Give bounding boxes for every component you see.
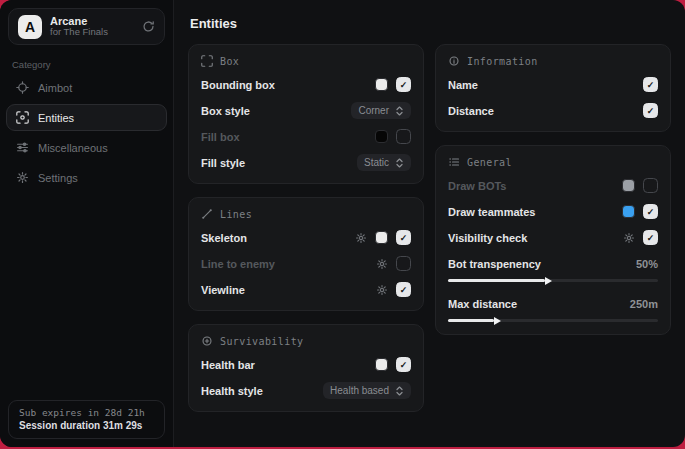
fill-style-dropdown[interactable]: Static	[357, 154, 411, 171]
setting-row-health-bar: Health bar	[201, 356, 411, 373]
survivability-card: Survivability Health bar Health style He…	[188, 324, 424, 412]
setting-row-draw-teammates: Draw teammates	[448, 203, 658, 220]
information-card: Information Name Distance	[435, 44, 671, 132]
subscription-info-card: Sub expires in 28d 21h Session duration …	[8, 400, 165, 439]
sidebar-item-settings[interactable]: Settings	[6, 164, 167, 191]
app-subtitle: for The Finals	[50, 27, 134, 38]
box-icon	[201, 55, 213, 67]
line-to-enemy-settings-gear-icon[interactable]	[376, 258, 388, 270]
dropdown-value: Corner	[358, 105, 389, 116]
distance-checkbox[interactable]	[643, 103, 658, 118]
bot-transparency-slider[interactable]	[448, 279, 658, 282]
setting-label: Fill style	[201, 157, 245, 169]
setting-label: Line to enemy	[201, 258, 275, 270]
bounding-box-checkbox[interactable]	[396, 77, 411, 92]
refresh-icon[interactable]	[142, 20, 155, 33]
sidebar-item-entities[interactable]: Entities	[6, 104, 167, 131]
gear-icon	[16, 171, 29, 184]
slider-thumb[interactable]	[494, 317, 501, 325]
color-swatch[interactable]	[622, 205, 635, 218]
setting-row-skeleton: Skeleton	[201, 229, 411, 246]
setting-label: Draw teammates	[448, 206, 535, 218]
color-swatch[interactable]	[375, 130, 388, 143]
draw-bots-checkbox[interactable]	[643, 178, 658, 193]
setting-label: Name	[448, 79, 478, 91]
max-distance-value: 250m	[630, 298, 658, 310]
session-duration-text: Session duration 31m 29s	[19, 420, 154, 431]
app-logo: A	[18, 15, 42, 39]
skeleton-settings-gear-icon[interactable]	[355, 232, 367, 244]
setting-row-max-distance: Max distance 250m	[448, 295, 658, 312]
color-swatch[interactable]	[622, 179, 635, 192]
setting-row-bot-transparency: Bot transpenency 50%	[448, 255, 658, 272]
dropdown-value: Health based	[330, 385, 389, 396]
name-checkbox[interactable]	[643, 77, 658, 92]
setting-row-box-style: Box style Corner	[201, 102, 411, 119]
setting-row-bounding-box: Bounding box	[201, 76, 411, 93]
card-title: Survivability	[220, 336, 303, 347]
setting-row-fill-style: Fill style Static	[201, 154, 411, 171]
card-title: Lines	[220, 209, 252, 220]
visibility-check-settings-gear-icon[interactable]	[623, 232, 635, 244]
setting-label: Viewline	[201, 284, 245, 296]
health-bar-checkbox[interactable]	[396, 357, 411, 372]
sidebar-item-label: Miscellaneous	[38, 142, 108, 154]
setting-row-distance: Distance	[448, 102, 658, 119]
color-swatch[interactable]	[375, 358, 388, 371]
setting-row-fill-box: Fill box	[201, 128, 411, 145]
category-label: Category	[12, 59, 161, 70]
setting-label: Distance	[448, 105, 494, 117]
health-style-dropdown[interactable]: Health based	[323, 382, 411, 399]
color-swatch[interactable]	[375, 78, 388, 91]
bot-transparency-value: 50%	[636, 258, 658, 270]
visibility-check-checkbox[interactable]	[643, 230, 658, 245]
setting-row-health-style: Health style Health based	[201, 382, 411, 399]
page-title: Entities	[190, 16, 671, 31]
max-distance-slider[interactable]	[448, 319, 658, 322]
app-logo-card: A Arcane for The Finals	[8, 8, 165, 45]
setting-label: Draw BOTs	[448, 180, 506, 192]
setting-label: Box style	[201, 105, 250, 117]
slider-fill	[448, 279, 545, 282]
line-icon	[201, 208, 213, 220]
setting-row-viewline: Viewline	[201, 281, 411, 298]
sidebar-item-label: Entities	[38, 112, 74, 124]
lines-card: Lines Skeleton	[188, 197, 424, 311]
box-style-dropdown[interactable]: Corner	[351, 102, 411, 119]
chevron-up-down-icon	[395, 106, 404, 116]
sidebar-item-aimbot[interactable]: Aimbot	[6, 74, 167, 101]
general-card: General Draw BOTs Draw teammates	[435, 145, 671, 335]
sidebar-item-label: Settings	[38, 172, 78, 184]
viewline-checkbox[interactable]	[396, 282, 411, 297]
crosshair-icon	[16, 81, 29, 94]
sidebar-item-miscellaneous[interactable]: Miscellaneous	[6, 134, 167, 161]
slider-thumb[interactable]	[545, 277, 552, 285]
sidebar: A Arcane for The Finals Category Aimbot	[0, 0, 174, 447]
setting-label: Bounding box	[201, 79, 275, 91]
sub-expiry-text: Sub expires in 28d 21h	[19, 407, 154, 418]
line-to-enemy-checkbox[interactable]	[396, 256, 411, 271]
viewline-settings-gear-icon[interactable]	[376, 284, 388, 296]
setting-row-draw-bots: Draw BOTs	[448, 177, 658, 194]
fill-box-checkbox[interactable]	[396, 129, 411, 144]
setting-label: Health bar	[201, 359, 255, 371]
color-swatch[interactable]	[375, 231, 388, 244]
chevron-up-down-icon	[395, 158, 404, 168]
card-title: General	[467, 157, 512, 168]
draw-teammates-checkbox[interactable]	[643, 204, 658, 219]
setting-label: Fill box	[201, 131, 240, 143]
setting-row-name: Name	[448, 76, 658, 93]
box-card: Box Bounding box Box style Corner	[188, 44, 424, 184]
sliders-icon	[16, 141, 29, 154]
dropdown-value: Static	[364, 157, 389, 168]
sidebar-item-label: Aimbot	[38, 82, 72, 94]
setting-row-line-to-enemy: Line to enemy	[201, 255, 411, 272]
card-title: Information	[467, 56, 538, 67]
chevron-up-down-icon	[395, 386, 404, 396]
setting-row-visibility-check: Visibility check	[448, 229, 658, 246]
list-icon	[448, 156, 460, 168]
entities-icon	[16, 111, 29, 124]
skeleton-checkbox[interactable]	[396, 230, 411, 245]
main-panel: Entities Box Bounding box	[174, 0, 685, 447]
life-icon	[201, 335, 213, 347]
